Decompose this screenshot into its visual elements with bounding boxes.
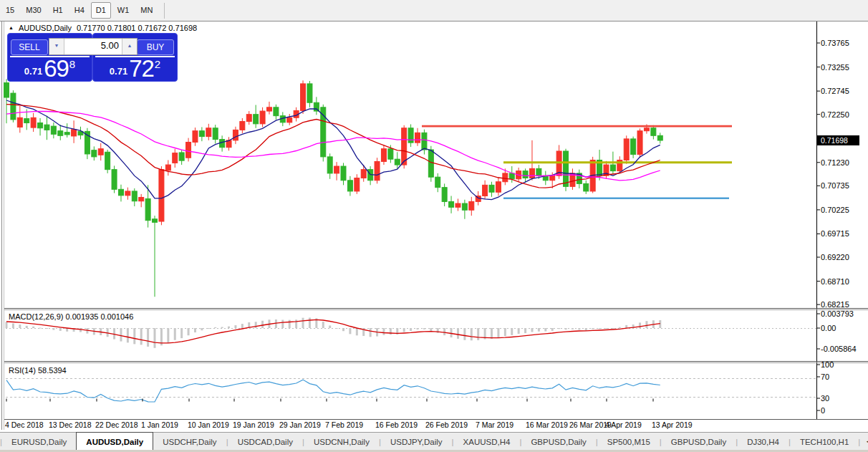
chart-tab-usdcad-daily[interactable]: USDCAD,Daily bbox=[228, 433, 302, 451]
timeframe-button-mn[interactable]: MN bbox=[135, 2, 158, 19]
collapse-panel-icon[interactable]: ▲ bbox=[9, 25, 14, 30]
chart-window[interactable]: ▲ AUDUSD,Daily 0.71770 0.71801 0.71672 0… bbox=[0, 21, 868, 432]
moving-average-30 bbox=[6, 111, 660, 180]
volume-decrease-icon[interactable]: ▼ bbox=[49, 39, 64, 54]
time-axis-label: 13 Dec 2018 bbox=[49, 420, 92, 429]
time-axis-label: 7 Feb 2019 bbox=[325, 420, 363, 429]
indicator-axis-label: 100 bbox=[821, 360, 834, 369]
timeframe-button-15[interactable]: 15 bbox=[1, 2, 19, 19]
chart-ohlc-values: 0.71770 0.71801 0.71672 0.71698 bbox=[77, 24, 197, 32]
chart-canvas[interactable] bbox=[0, 21, 868, 432]
chart-tab-usdchf-daily[interactable]: USDCHF,Daily bbox=[153, 433, 226, 451]
indicator-axis-label: 0.003793 bbox=[821, 309, 854, 318]
indicator-axis-label: 70 bbox=[821, 372, 829, 381]
buy-price-sup: 2 bbox=[155, 59, 160, 69]
timeframe-button-h4[interactable]: H4 bbox=[69, 2, 90, 19]
indicator-axis-label: -0.005864 bbox=[821, 345, 857, 353]
time-axis-label: 26 Feb 2019 bbox=[425, 420, 468, 429]
price-axis-label: 0.70225 bbox=[821, 206, 849, 214]
time-axis-label: 4 Dec 2018 bbox=[5, 420, 44, 429]
price-axis-label: 0.71230 bbox=[821, 158, 849, 167]
sell-button[interactable]: SELL bbox=[11, 39, 48, 55]
price-axis-label: 0.69715 bbox=[821, 229, 849, 238]
chart-tab-sp500-m15[interactable]: SP500,M15 bbox=[598, 433, 660, 451]
buy-button[interactable]: BUY bbox=[137, 39, 174, 55]
volume-spinner: ▼ 5.00 ▲ bbox=[49, 38, 138, 55]
chart-tab-gbpusd-daily[interactable]: GBPUSD,Daily bbox=[662, 433, 736, 451]
timeframe-button-h1[interactable]: H1 bbox=[48, 2, 68, 19]
sell-price-sup: 8 bbox=[69, 59, 75, 69]
timeframe-button-d1[interactable]: D1 bbox=[91, 2, 111, 19]
indicator-axis-label: 0 bbox=[821, 406, 825, 415]
chart-title: ▲ AUDUSD,Daily 0.71770 0.71801 0.71672 0… bbox=[9, 24, 197, 32]
chart-symbol-label: AUDUSD,Daily bbox=[19, 24, 72, 32]
price-axis-label: 0.68215 bbox=[821, 300, 849, 309]
tabs-scroll-left-icon[interactable]: ◄ bbox=[860, 433, 868, 451]
time-axis-label: 19 Jan 2019 bbox=[233, 420, 274, 429]
macd-signal-line bbox=[6, 319, 660, 343]
axis-ticks bbox=[6, 43, 820, 410]
timeframe-button-m30[interactable]: M30 bbox=[21, 2, 46, 19]
symbol-tabbar: |EURUSD,DailyAUDUSD,DailyUSDCHF,Daily|US… bbox=[0, 432, 868, 451]
time-axis-label: 4 Apr 2019 bbox=[605, 420, 642, 429]
sell-price: 0.71 69 8 bbox=[8, 57, 92, 81]
volume-input[interactable]: 5.00 bbox=[64, 39, 122, 54]
buy-price: 0.71 72 2 bbox=[93, 57, 177, 81]
price-axis-label: 0.69220 bbox=[821, 253, 849, 261]
rsi-line bbox=[6, 380, 660, 402]
chart-tab-gbpusd-daily[interactable]: GBPUSD,Daily bbox=[521, 433, 595, 451]
time-axis-label: 29 Jan 2019 bbox=[279, 420, 321, 429]
chart-tab-dj30-h4[interactable]: DJ30,H4 bbox=[738, 433, 789, 451]
current-price-tag: 0.71698 bbox=[817, 135, 859, 145]
one-click-trade-panel: SELL 0.71 69 8 BUY 0.71 72 2 ▼ 5.0 bbox=[7, 33, 178, 80]
chart-tab-eurusd-daily[interactable]: EURUSD,Daily bbox=[2, 433, 76, 451]
moving-average-17 bbox=[6, 105, 660, 188]
sell-price-big: 69 bbox=[44, 58, 69, 80]
chart-tab-usdjpy-daily[interactable]: USDJPY,Daily bbox=[381, 433, 452, 451]
price-axis-label: 0.73765 bbox=[821, 39, 849, 47]
time-axis-label: 16 Mar 2019 bbox=[526, 420, 568, 429]
candlestick-series[interactable] bbox=[4, 79, 663, 297]
window-frame bbox=[0, 21, 868, 430]
timeframe-toolbar: 15M30H1H4D1W1MN bbox=[0, 0, 868, 21]
time-axis-label: 22 Dec 2018 bbox=[95, 420, 138, 429]
timeframe-button-w1[interactable]: W1 bbox=[112, 2, 135, 19]
price-axis-label: 0.70735 bbox=[821, 181, 849, 190]
price-axis-label: 0.72745 bbox=[821, 87, 849, 95]
moving-average-8 bbox=[6, 100, 660, 200]
sell-price-prefix: 0.71 bbox=[24, 66, 42, 77]
time-axis-label: 1 Jan 2019 bbox=[141, 420, 178, 429]
time-axis-label: 16 Feb 2019 bbox=[375, 420, 418, 429]
toolbar-separator bbox=[164, 3, 165, 19]
buy-price-big: 72 bbox=[129, 58, 154, 80]
chart-tab-usdcnh-daily[interactable]: USDCNH,Daily bbox=[304, 433, 379, 451]
indicator-axis-label: 30 bbox=[821, 394, 829, 403]
price-axis-label: 0.72250 bbox=[821, 110, 849, 119]
trading-app-window: 15M30H1H4D1W1MN ▲ AUDUSD,Daily 0.71770 0… bbox=[0, 0, 868, 452]
rsi-label: RSI(14) 58.5394 bbox=[9, 366, 67, 375]
chart-tab-tech100-h1[interactable]: TECH100,H1 bbox=[791, 433, 858, 451]
indicator-axis-label: 0.00 bbox=[821, 324, 836, 332]
time-axis-label: 7 Mar 2019 bbox=[476, 420, 513, 429]
price-axis-label: 0.68710 bbox=[821, 277, 849, 286]
volume-increase-icon[interactable]: ▲ bbox=[122, 39, 137, 54]
chart-tab-xauusd-h4[interactable]: XAUUSD,H4 bbox=[454, 433, 520, 451]
price-axis-label: 0.73255 bbox=[821, 63, 849, 72]
buy-price-prefix: 0.71 bbox=[110, 66, 127, 77]
time-axis-label: 10 Jan 2019 bbox=[188, 420, 229, 429]
macd-label: MACD(12,26,9) 0.001935 0.001046 bbox=[9, 312, 133, 321]
chart-tab-audusd-daily[interactable]: AUDUSD,Daily bbox=[76, 432, 153, 451]
time-axis-label: 13 Apr 2019 bbox=[652, 420, 693, 429]
